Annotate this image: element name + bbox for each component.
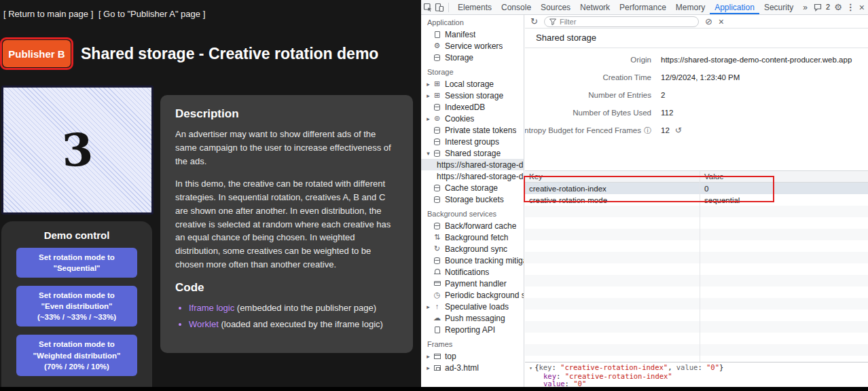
section-header-background-services[interactable]: Background services — [421, 205, 524, 220]
info-icon[interactable]: ⓘ — [644, 126, 651, 136]
demo-control-panel: Demo control Set rotation mode to "Seque… — [1, 221, 152, 391]
inspect-element-icon[interactable] — [423, 3, 433, 12]
worklet-link[interactable]: Worklet — [189, 319, 219, 329]
code-heading: Code — [175, 281, 398, 295]
field-label: Number of Entries — [525, 91, 651, 99]
sidebar-item-shared-storage[interactable]: ▾ Shared storage — [421, 147, 524, 159]
sidebar-item-shared-storage-origin-1[interactable]: https://shared-storage-d... — [421, 159, 524, 170]
delete-selected-icon[interactable]: × — [719, 17, 724, 26]
sidebar-item-service-workers[interactable]: ⚙ Service workers — [421, 40, 524, 52]
funnel-icon — [549, 18, 556, 25]
clear-all-icon[interactable]: ⊘ — [705, 17, 712, 26]
tab-network[interactable]: Network — [575, 0, 615, 14]
sidebar-item-speculative-loads[interactable]: ▸ ↑ Speculative loads — [421, 301, 524, 312]
filter-input[interactable]: Filter — [544, 16, 699, 27]
chevron-right-icon[interactable]: ▸ — [424, 365, 432, 371]
column-header-key[interactable]: Key — [525, 172, 700, 181]
goto-publisher-a-link[interactable]: [ Go to "Publisher A" page ] — [98, 9, 205, 19]
rotation-weighted-distribution-button[interactable]: Set rotation mode to "Weighted distribut… — [16, 335, 137, 375]
sidebar-item-cookies[interactable]: ▸ ⊚ Cookies — [421, 113, 524, 124]
table-row[interactable]: creative-rotation-index 0 — [525, 183, 868, 194]
sidebar-item-indexeddb[interactable]: IndexedDB — [421, 101, 524, 113]
sidebar-item-shared-storage-origin-2[interactable]: https://shared-storage-d... — [421, 170, 524, 182]
sidebar-item-frame-top[interactable]: ▸ top — [421, 350, 524, 362]
tab-console[interactable]: Console — [496, 0, 536, 14]
chevron-right-icon[interactable]: ▸ — [424, 353, 432, 360]
ad-creative-frame[interactable]: 3 — [1, 86, 153, 215]
chevron-right-icon[interactable]: ▸ — [424, 92, 432, 99]
sidebar-item-storage[interactable]: Storage — [421, 52, 524, 63]
column-header-value[interactable]: Value — [700, 172, 868, 181]
chevron-down-icon[interactable]: ▾ — [424, 150, 432, 157]
sidebar-item-label: https://shared-storage-d... — [437, 160, 524, 170]
sidebar-item-manifest[interactable]: Manifest — [421, 29, 524, 40]
sidebar-item-private-state-tokens[interactable]: Private state tokens — [421, 124, 524, 136]
sidebar-item-label: Storage — [445, 53, 473, 62]
table-icon: ⊞ — [433, 79, 441, 88]
devtools-tabbar: Elements Console Sources Network Perform… — [421, 0, 868, 15]
description-card: Description An advertiser may want to sh… — [160, 95, 413, 353]
close-devtools-icon[interactable]: × — [859, 3, 865, 12]
database-icon — [433, 183, 441, 192]
tab-memory[interactable]: Memory — [671, 0, 710, 14]
sidebar-item-label: Cookies — [445, 114, 474, 124]
sidebar-item-label: Speculative loads — [445, 302, 509, 312]
empty-row — [525, 310, 868, 321]
punctuation: : — [698, 363, 706, 371]
section-header-application[interactable]: Application — [421, 15, 524, 29]
console-messages-icon[interactable] — [814, 3, 822, 12]
sidebar-item-back-forward-cache[interactable]: Back/forward cache — [421, 220, 524, 231]
sidebar-item-storage-buckets[interactable]: Storage buckets — [421, 193, 524, 205]
column-divider — [700, 171, 700, 367]
empty-row — [525, 298, 868, 310]
tab-elements[interactable]: Elements — [453, 0, 496, 14]
reset-budget-icon[interactable]: ↺ — [675, 126, 682, 135]
sidebar-item-push-messaging[interactable]: ☁ Push messaging — [421, 312, 524, 324]
sidebar-item-label: Private state tokens — [445, 126, 516, 135]
tab-performance[interactable]: Performance — [615, 0, 671, 14]
settings-gear-icon[interactable]: ⚙ — [834, 3, 842, 12]
application-sidebar: Application Manifest ⚙ Service workers S… — [421, 15, 524, 391]
table-row[interactable]: creative-rotation-mode sequential — [525, 194, 868, 206]
chevron-right-icon[interactable]: ▸ — [424, 81, 432, 88]
sidebar-item-periodic-background-sync[interactable]: ◷ Periodic background s... — [421, 289, 524, 301]
sidebar-item-label: Background sync — [445, 244, 507, 254]
chevron-right-icon[interactable]: ▸ — [424, 115, 432, 122]
rotation-sequential-button[interactable]: Set rotation mode to "Sequential" — [16, 248, 137, 278]
refresh-icon[interactable]: ↻ — [530, 17, 538, 26]
sidebar-item-background-fetch[interactable]: ⇅ Background fetch — [421, 231, 524, 243]
sidebar-item-payment-handler[interactable]: Payment handler — [421, 278, 524, 289]
publisher-b-button[interactable]: Publisher B — [3, 40, 71, 67]
sidebar-item-background-sync[interactable]: ↻ Background sync — [421, 243, 524, 255]
sidebar-item-notifications[interactable]: Notifications — [421, 266, 524, 278]
sidebar-item-reporting-api[interactable]: Reporting API — [421, 324, 524, 335]
sidebar-item-interest-groups[interactable]: Interest groups — [421, 136, 524, 147]
gear-icon: ⚙ — [433, 41, 441, 50]
kebab-menu-icon[interactable]: ⋮ — [846, 3, 855, 12]
tab-application[interactable]: Application — [710, 0, 759, 14]
chevron-right-icon[interactable]: ▸ — [424, 303, 432, 310]
tab-security[interactable]: Security — [759, 0, 798, 14]
tab-sources[interactable]: Sources — [536, 0, 575, 14]
sidebar-item-label: Local storage — [445, 79, 494, 89]
section-header-storage[interactable]: Storage — [421, 63, 524, 78]
iframe-logic-link[interactable]: Iframe logic — [189, 303, 234, 313]
device-toolbar-icon[interactable] — [435, 3, 444, 12]
sidebar-item-bounce-tracking-mitigations[interactable]: Bounce tracking mitiga... — [421, 255, 524, 266]
cell-key: creative-rotation-index — [525, 185, 700, 193]
sidebar-item-session-storage[interactable]: ▸ ⊞ Session storage — [421, 90, 524, 101]
sidebar-item-label: https://shared-storage-d... — [437, 172, 524, 181]
database-icon — [433, 53, 441, 62]
expanded-triangle-icon[interactable]: ▾ — [529, 365, 532, 371]
cell-value: 0 — [700, 185, 868, 193]
demo-control-heading: Demo control — [1, 229, 152, 241]
empty-row — [525, 206, 868, 217]
return-main-link[interactable]: [ Return to main page ] — [3, 9, 93, 19]
rotation-even-distribution-button[interactable]: Set rotation mode to "Even distribution"… — [16, 286, 137, 327]
field-label: Origin — [525, 56, 651, 64]
sidebar-item-local-storage[interactable]: ▸ ⊞ Local storage — [421, 78, 524, 90]
sidebar-item-frame-ad-3[interactable]: ▸ ad-3.html — [421, 362, 524, 373]
field-label: Number of Bytes Used — [525, 109, 651, 117]
section-header-frames[interactable]: Frames — [421, 335, 524, 350]
sidebar-item-cache-storage[interactable]: Cache storage — [421, 182, 524, 193]
